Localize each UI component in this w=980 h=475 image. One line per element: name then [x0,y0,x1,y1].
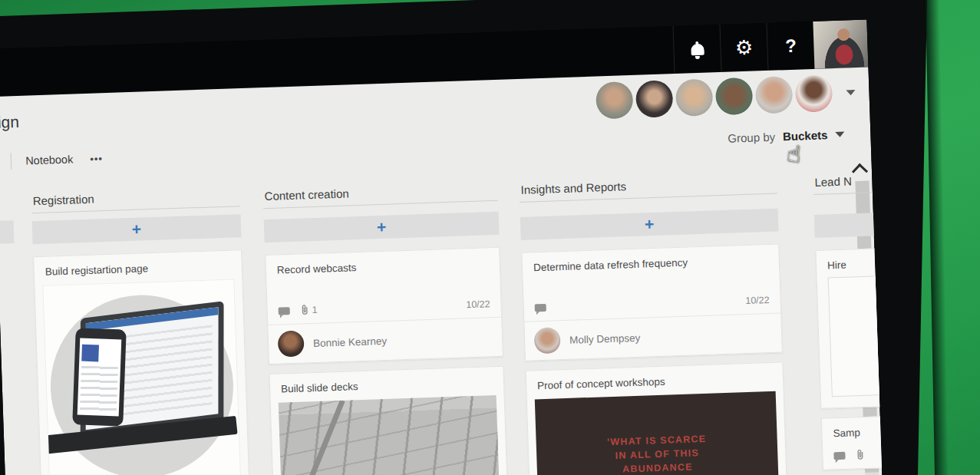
assignee-avatar [534,327,561,354]
task-title: Samp [822,413,886,446]
monitor-edge-shadow [926,0,949,475]
partial-add-task-bar[interactable] [0,220,15,245]
task-card[interactable]: Record webcasts 1 10/22 [265,247,503,364]
task-card[interactable]: Build slide decks [269,366,510,475]
phone-screen [78,338,122,417]
assignee-row: Bonnie Kearney [268,317,503,364]
settings-button[interactable]: ⚙ [719,23,767,72]
task-card[interactable]: Build registartion page [33,249,250,475]
tab-bar: ts Notebook ••• [0,150,103,170]
assignee-name: Molly Dempsey [569,332,641,345]
assignee-avatar [278,330,305,357]
task-card[interactable]: Samp [821,412,886,470]
task-card[interactable]: Determine data refresh frequency 10/22 M… [521,244,783,361]
comment-icon [535,304,546,312]
plus-icon: + [377,218,387,236]
assignee-name: Bonnie Kearney [313,335,388,348]
phone-illustration [72,328,127,426]
group-by-dropdown[interactable]: Buckets [783,128,828,143]
bucket-insights-and-reports: Insights and Reports + Determine data re… [519,161,790,475]
office-beam [299,400,345,475]
member-avatar[interactable] [596,81,634,120]
bell-icon [691,43,704,55]
bucket-body: + Build registartion page [32,214,250,475]
plus-icon: + [131,220,141,239]
assignee-row: Molly Dempsey [524,313,782,361]
planner-app-screen: ⚙ ? aign ts [0,20,886,475]
task-card[interactable]: Hire [815,244,885,409]
bucket-name: Insights and Reports [519,173,777,203]
due-date: 10/22 [466,299,490,310]
bucket-body: + Record webcasts 1 [264,212,510,475]
group-by-control: Group by Buckets [728,128,845,145]
member-avatar[interactable] [715,78,754,116]
bucket-content-creation: Content creation + Record webcasts [262,170,510,475]
plan-title: aign [0,113,19,132]
more-menu-button[interactable]: ••• [90,153,103,165]
member-avatar[interactable] [675,78,714,117]
tab-notebook[interactable]: Notebook [25,153,74,167]
add-task-button[interactable]: + [264,212,500,242]
paperclip-icon [300,304,309,315]
bucket-name: Registration [31,185,240,213]
task-card[interactable]: Proof of concept workshops 'WHAT IS SCAR… [525,361,788,475]
notifications-button[interactable] [672,25,721,74]
task-preview-poster: 'WHAT IS SCARCE IN ALL OF THIS ABUNDANCE [535,391,780,475]
due-date: 10/22 [745,295,770,306]
plan-members-row [596,74,856,119]
current-user-avatar[interactable] [813,20,868,69]
members-chevron-down-icon[interactable] [846,90,855,95]
scene: ⚙ ? aign ts [0,0,980,475]
task-preview-image [279,395,502,475]
gear-icon: ⚙ [734,38,753,58]
attachment-indicator: 1 [300,304,317,316]
add-task-button[interactable]: + [520,209,779,240]
comment-icon [833,451,845,459]
bucket-body: + Determine data refresh frequency 10/22 [520,209,788,475]
app-body: aign ts Notebook ••• Group by Buckets ☝ [0,68,886,475]
member-avatar[interactable] [795,74,833,113]
group-by-chevron-down-icon[interactable] [835,132,844,137]
attachment-count: 1 [312,304,317,315]
paperclip-icon [856,449,864,460]
tab-divider [11,153,12,170]
member-avatar[interactable] [635,80,674,118]
plus-icon: + [645,215,655,233]
task-preview-image [42,279,241,475]
bucket-registration: Registration + Build registartion page [31,179,252,475]
bucket-name: Content creation [262,180,498,209]
comment-icon [279,307,290,315]
help-button[interactable]: ? [766,21,814,71]
group-by-label: Group by [728,130,775,145]
help-icon: ? [785,35,797,57]
add-task-button[interactable]: + [32,214,242,244]
board: Registration + Build registartion page [31,153,886,475]
suite-icons: ⚙ ? [672,21,814,74]
member-avatar[interactable] [755,76,794,114]
